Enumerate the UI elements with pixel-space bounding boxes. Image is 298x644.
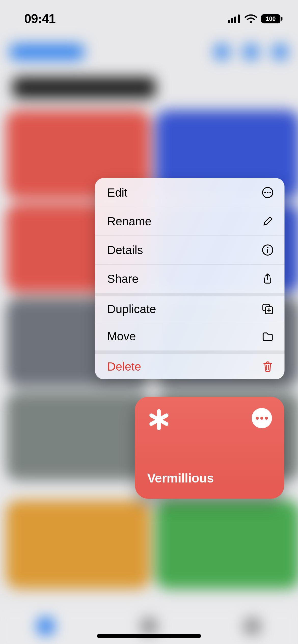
- cellular-signal-icon: [228, 14, 241, 23]
- wifi-icon: [245, 14, 257, 23]
- menu-item-label: Duplicate: [107, 302, 156, 316]
- svg-point-21: [260, 417, 263, 420]
- svg-text:100: 100: [266, 16, 276, 22]
- menu-move[interactable]: Move: [95, 322, 285, 350]
- svg-rect-2: [234, 17, 236, 23]
- svg-point-22: [265, 417, 268, 420]
- info-circle-icon: [262, 244, 274, 256]
- tile-more-button[interactable]: [252, 408, 272, 428]
- menu-item-label: Delete: [107, 360, 141, 373]
- home-indicator[interactable]: [97, 634, 201, 638]
- menu-item-label: Rename: [107, 214, 152, 228]
- svg-point-13: [267, 247, 268, 248]
- trash-icon: [262, 360, 274, 373]
- svg-point-9: [264, 192, 266, 193]
- svg-point-10: [267, 192, 268, 193]
- svg-point-4: [250, 21, 252, 23]
- status-time: 09:41: [24, 11, 56, 26]
- menu-rename[interactable]: Rename: [95, 207, 285, 236]
- menu-item-label: Edit: [107, 186, 127, 199]
- medical-asterisk-icon: [147, 408, 171, 432]
- menu-edit[interactable]: Edit: [95, 178, 285, 207]
- context-menu: Edit Rename Details Share Duplicate Move: [95, 178, 285, 379]
- pencil-icon: [262, 215, 274, 227]
- shortcut-name: Vermillious: [147, 471, 272, 488]
- share-icon: [262, 273, 274, 285]
- battery-icon: 100: [261, 14, 283, 24]
- page-title-blur: [12, 77, 156, 98]
- folder-icon: [262, 330, 274, 342]
- plus-square-on-square-icon: [262, 303, 274, 315]
- svg-point-11: [269, 192, 271, 193]
- svg-rect-3: [238, 14, 240, 23]
- menu-details[interactable]: Details: [95, 236, 285, 264]
- menu-item-label: Share: [107, 272, 139, 286]
- svg-rect-1: [231, 18, 233, 23]
- ellipsis-circle-icon: [262, 186, 274, 199]
- svg-rect-0: [228, 20, 230, 23]
- svg-rect-6: [281, 17, 282, 21]
- menu-item-label: Details: [107, 243, 143, 257]
- menu-delete[interactable]: Delete: [95, 350, 285, 379]
- svg-point-20: [256, 417, 259, 420]
- status-bar: 09:41 100: [0, 0, 298, 31]
- shortcut-tile[interactable]: Vermillious: [135, 397, 284, 499]
- menu-item-label: Move: [107, 329, 136, 343]
- svg-rect-14: [267, 249, 268, 253]
- menu-duplicate[interactable]: Duplicate: [95, 293, 285, 322]
- menu-share[interactable]: Share: [95, 264, 285, 293]
